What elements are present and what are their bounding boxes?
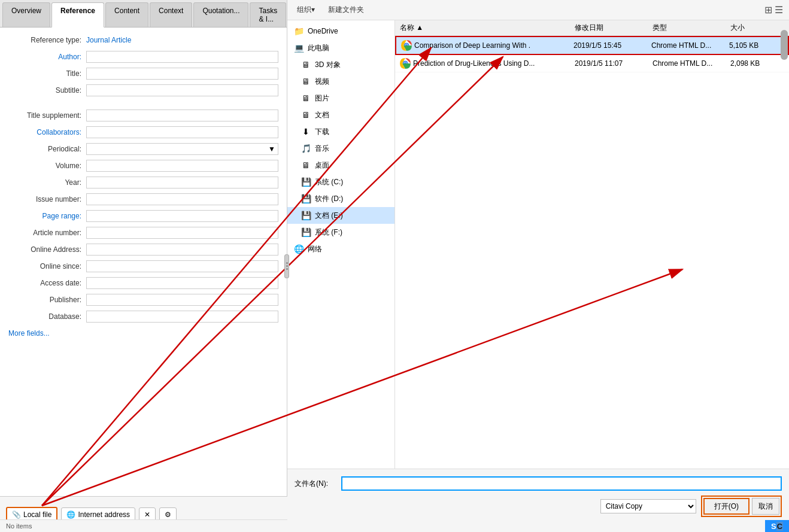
file-list-area: 名称 ▲ 修改日期 类型 大小: [395, 20, 789, 469]
open-cancel-area: 打开(O) 取消: [701, 495, 782, 517]
cancel-button[interactable]: 取消: [752, 498, 779, 515]
nav-item-label: 系统 (F:): [315, 227, 342, 238]
file-size: 5,105 KB: [729, 41, 783, 50]
collaborators-row: Collaborators:: [8, 126, 278, 139]
nav-item-label: 此电脑: [308, 43, 329, 53]
tabs-bar: Overview Reference Content Context Quota…: [0, 0, 287, 28]
title-input[interactable]: [86, 68, 278, 80]
nav-item-network[interactable]: 🌐 网络: [287, 241, 394, 257]
nav-item-documents[interactable]: 🖥 文档: [287, 107, 394, 123]
app-logo: S C: [765, 520, 789, 532]
view-icon: ⊞: [764, 4, 772, 16]
periodical-label: Periodical:: [8, 145, 86, 153]
title-supplement-input[interactable]: [86, 110, 278, 121]
nav-item-this-pc[interactable]: 💻 此电脑: [287, 39, 394, 56]
online-address-input[interactable]: [86, 244, 278, 256]
tab-context[interactable]: Context: [150, 2, 192, 27]
details-icon: ☰: [775, 4, 783, 16]
col-type-header[interactable]: 类型: [653, 23, 730, 33]
network-icon: 🌐: [293, 244, 304, 254]
col-name-header[interactable]: 名称 ▲: [400, 23, 575, 33]
collaborators-label[interactable]: Collaborators:: [8, 128, 86, 136]
chrome-icon: [401, 40, 412, 51]
tab-content[interactable]: Content: [105, 2, 148, 27]
nav-item-label: OneDrive: [308, 27, 338, 35]
database-label: Database:: [8, 312, 86, 321]
nav-item-pictures[interactable]: 🖥 图片: [287, 90, 394, 107]
nav-item-desktop[interactable]: 🖥 桌面: [287, 157, 394, 174]
collaborators-input[interactable]: [86, 126, 278, 138]
nav-item-drive-e[interactable]: 💾 文档 (E:): [287, 207, 394, 224]
desktop-icon: 🖥: [301, 160, 311, 171]
tab-overview[interactable]: Overview: [2, 2, 50, 27]
nav-item-drive-d[interactable]: 💾 软件 (D:): [287, 190, 394, 207]
new-folder-button[interactable]: 新建文件夹: [324, 4, 368, 16]
nav-item-label: 系统 (C:): [315, 177, 343, 187]
year-row: Year:: [8, 176, 278, 189]
access-date-input[interactable]: [86, 277, 278, 289]
onedrive-icon: 📁: [293, 26, 304, 37]
issue-number-input[interactable]: [86, 193, 278, 205]
col-date-header[interactable]: 修改日期: [575, 23, 653, 33]
online-since-input[interactable]: [86, 260, 278, 272]
author-label[interactable]: Author:: [8, 53, 86, 61]
tab-reference[interactable]: Reference: [51, 2, 104, 28]
more-fields-link[interactable]: More fields...: [8, 329, 54, 338]
tab-tasks[interactable]: Tasks & I...: [250, 2, 286, 27]
open-button[interactable]: 打开(O): [703, 498, 749, 515]
nav-item-music[interactable]: 🎵 音乐: [287, 140, 394, 157]
gear-icon: ⚙: [165, 510, 171, 519]
volume-input[interactable]: [86, 160, 278, 172]
internet-address-icon: 🌐: [66, 510, 75, 519]
reference-form: Reference type: Journal Article Author: …: [0, 28, 287, 497]
col-size-header[interactable]: 大小: [730, 23, 784, 33]
article-number-input[interactable]: [86, 227, 278, 239]
no-items-status: No items: [0, 519, 287, 532]
subtitle-input[interactable]: [86, 84, 278, 96]
publisher-input[interactable]: [86, 294, 278, 306]
nav-item-3d-objects[interactable]: 🖥 3D 对象: [287, 56, 394, 73]
nav-item-drive-c[interactable]: 💾 系统 (C:): [287, 174, 394, 190]
nav-item-label: 下载: [315, 127, 329, 137]
reference-type-row: Reference type: Journal Article: [8, 34, 278, 47]
nav-tree: 📁 OneDrive 💻 此电脑 🖥 3D 对象 🖥 视频 🖥 图片 🖥: [287, 20, 395, 469]
year-input[interactable]: [86, 177, 278, 189]
logo-text: S: [771, 522, 776, 531]
volume-row: Volume:: [8, 159, 278, 172]
nav-item-drive-f[interactable]: 💾 系统 (F:): [287, 224, 394, 241]
database-input[interactable]: [86, 311, 278, 323]
page-range-input[interactable]: [86, 210, 278, 222]
volume-label: Volume:: [8, 162, 86, 170]
publisher-row: Publisher:: [8, 293, 278, 306]
file-open-dialog: 组织▾ 新建文件夹 ⊞ ☰ 📁 OneDrive 💻 此电脑 🖥 3D 对象 🖥: [287, 0, 789, 532]
author-input[interactable]: [86, 51, 278, 63]
panel-resize-grip[interactable]: [284, 254, 289, 278]
tab-quotation[interactable]: Quotation...: [193, 2, 248, 27]
dialog-bottom: 文件名(N): Citavi Copy 打开(O) 取消: [287, 469, 789, 516]
nav-item-downloads[interactable]: ⬇ 下载: [287, 123, 394, 140]
filetype-select[interactable]: Citavi Copy: [600, 499, 696, 513]
page-range-row: Page range:: [8, 209, 278, 223]
article-number-label: Article number:: [8, 229, 86, 237]
periodical-row: Periodical: ▼: [8, 142, 278, 156]
file-item-2[interactable]: Prediction of Drug-Likeness Using D... 2…: [395, 55, 789, 72]
page-range-label[interactable]: Page range:: [8, 212, 86, 220]
nav-item-label: 文档 (E:): [315, 211, 343, 221]
file-modified: 2019/1/5 15:45: [573, 41, 651, 50]
nav-item-videos[interactable]: 🖥 视频: [287, 73, 394, 90]
filename-input[interactable]: [341, 476, 782, 491]
internet-address-label: Internet address: [78, 510, 130, 519]
folder-icon: 🖥: [301, 59, 311, 70]
article-number-row: Article number:: [8, 226, 278, 239]
file-item-1[interactable]: Comparison of Deep Learning With . 2019/…: [395, 36, 789, 55]
periodical-dropdown[interactable]: ▼: [86, 143, 278, 155]
file-list-header: 名称 ▲ 修改日期 类型 大小: [395, 20, 789, 36]
nav-item-label: 视频: [315, 77, 329, 87]
organize-button[interactable]: 组织▾: [293, 4, 318, 16]
reference-type-value[interactable]: Journal Article: [86, 36, 131, 44]
nav-item-onedrive[interactable]: 📁 OneDrive: [287, 23, 394, 39]
dialog-toolbar: 组织▾ 新建文件夹 ⊞ ☰: [287, 0, 789, 20]
drive-icon: 💾: [301, 193, 311, 204]
subtitle-label: Subtitle:: [8, 86, 86, 95]
title-supplement-label: Title supplement:: [8, 111, 86, 120]
